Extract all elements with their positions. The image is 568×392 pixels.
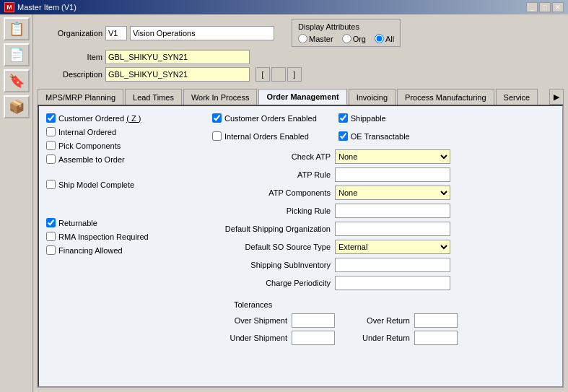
tab-lead-times[interactable]: Lead Times	[125, 89, 182, 105]
checkbox-oe-transactable: OE Transactable	[338, 131, 410, 141]
chk-returnable[interactable]	[46, 218, 56, 227]
chk-shippable[interactable]	[338, 113, 348, 123]
under-return-label: Under Return	[349, 334, 414, 342]
display-attrs-radios[interactable]: Master Org All	[298, 34, 394, 43]
default-shipping-org-input[interactable]	[335, 222, 450, 236]
radio-master[interactable]: Master	[298, 34, 333, 43]
under-shipment-label: Under Shipment	[212, 334, 292, 342]
picking-rule-input[interactable]	[335, 204, 450, 218]
chk-rma-inspection[interactable]	[46, 232, 56, 241]
desc-btn-space[interactable]	[271, 67, 286, 82]
chk-financing-allowed[interactable]	[46, 245, 56, 255]
checkbox-internal-orders-enabled: Internal Orders Enabled	[212, 131, 317, 141]
chk-customer-ordered[interactable]	[46, 113, 56, 123]
check-atp-label: Check ATP	[212, 152, 335, 161]
over-shipment-input[interactable]	[292, 313, 335, 328]
desc-input[interactable]	[105, 67, 250, 82]
org-code-input[interactable]	[105, 26, 127, 40]
form-header: Organization Display Attributes Master O…	[38, 19, 564, 84]
under-shipment-input[interactable]	[292, 331, 335, 345]
minimize-button[interactable]: _	[526, 2, 538, 12]
field-default-so-source: Default SO Source Type External Internal	[212, 240, 555, 254]
org-label: Organization	[38, 29, 102, 38]
field-check-atp: Check ATP None ATP/Lead Time Infinite Su…	[212, 149, 555, 164]
tab-content-order-management: Customer Ordered ( Z ) Internal Ordered …	[38, 105, 564, 388]
desc-label: Description	[38, 70, 102, 79]
toolbar-btn-4[interactable]: 📦	[4, 95, 30, 118]
returnable-section: Returnable RMA Inspection Required Finan…	[46, 218, 212, 255]
display-attrs-group: Display Attributes Master Org All	[292, 19, 401, 47]
radio-all[interactable]: All	[375, 34, 394, 43]
checkbox-assemble-to-order: Assemble to Order	[46, 154, 212, 164]
tab-invoicing[interactable]: Invoicing	[349, 89, 396, 105]
chk-internal-orders-enabled[interactable]	[212, 131, 222, 141]
chk-pick-components[interactable]	[46, 141, 56, 150]
charge-periodicity-input[interactable]	[335, 276, 450, 290]
chk-oe-transactable[interactable]	[338, 131, 348, 141]
display-attrs-title: Display Attributes	[298, 22, 394, 31]
checkbox-customer-orders-enabled: Customer Orders Enabled	[212, 113, 317, 123]
folder-icon: 📋	[9, 21, 25, 37]
tab-scroll-btn[interactable]: ▶	[549, 89, 564, 105]
desc-btn-bracket[interactable]: [	[255, 67, 270, 82]
maximize-button[interactable]: □	[539, 2, 551, 12]
right-column: Customer Orders Enabled Internal Orders …	[212, 113, 555, 348]
over-shipment-label: Over Shipment	[212, 316, 292, 325]
desc-btn-bracket2[interactable]: ]	[287, 67, 302, 82]
checkbox-financing-allowed: Financing Allowed	[46, 245, 212, 255]
picking-rule-label: Picking Rule	[212, 206, 335, 215]
package-icon: 📦	[9, 99, 25, 115]
tab-mps-mrp[interactable]: MPS/MRP Planning	[38, 89, 123, 105]
atp-rule-input[interactable]	[335, 167, 450, 182]
title-bar: M Master Item (V1) _ □ ✕	[0, 0, 568, 14]
chk-internal-ordered[interactable]	[46, 127, 56, 136]
checkbox-internal-ordered: Internal Ordered	[46, 127, 212, 136]
tab-process-manufacturing[interactable]: Process Manufacturing	[397, 89, 494, 105]
top-checkboxes: Customer Orders Enabled Internal Orders …	[212, 113, 555, 145]
chk-ship-model-complete[interactable]	[46, 180, 56, 189]
item-input[interactable]	[105, 50, 250, 64]
toolbar-btn-1[interactable]: 📋	[4, 17, 30, 40]
atp-rule-label: ATP Rule	[212, 170, 335, 179]
checkbox-returnable: Returnable	[46, 218, 212, 227]
checkbox-shippable: Shippable	[338, 113, 410, 123]
close-button[interactable]: ✕	[552, 2, 564, 12]
check-atp-select[interactable]: None ATP/Lead Time Infinite Supply	[335, 149, 450, 164]
toolbar-btn-3[interactable]: 🔖	[4, 69, 30, 92]
field-charge-periodicity: Charge Periodicity	[212, 276, 555, 290]
field-atp-components: ATP Components None All	[212, 186, 555, 200]
shipping-subinventory-input[interactable]	[335, 258, 450, 272]
atp-components-label: ATP Components	[212, 188, 335, 197]
tolerance-row-under: Under Shipment Under Return	[212, 331, 555, 345]
chk-customer-orders-enabled[interactable]	[212, 113, 222, 123]
app-icon: M	[4, 2, 14, 12]
checkbox-ship-model-complete: Ship Model Complete	[46, 180, 212, 189]
chk-assemble-to-order[interactable]	[46, 154, 56, 164]
radio-org[interactable]: Org	[342, 34, 366, 43]
tab-service[interactable]: Service	[496, 89, 538, 105]
field-atp-rule: ATP Rule	[212, 167, 555, 182]
field-picking-rule: Picking Rule	[212, 204, 555, 218]
fields-section: Check ATP None ATP/Lead Time Infinite Su…	[212, 149, 555, 290]
default-shipping-org-label: Default Shipping Organization	[212, 225, 335, 233]
org-name-input[interactable]	[130, 26, 274, 40]
default-so-source-select[interactable]: External Internal	[335, 240, 450, 254]
item-label: Item	[38, 53, 102, 61]
field-default-shipping-org: Default Shipping Organization	[212, 222, 555, 236]
tolerances-title: Tolerances	[234, 300, 272, 309]
over-return-label: Over Return	[349, 316, 414, 325]
tab-work-in-process[interactable]: Work In Process	[183, 89, 258, 105]
tolerances-rows: Over Shipment Over Return Under Shipment…	[212, 313, 555, 345]
under-return-input[interactable]	[414, 331, 458, 345]
checkbox-rma-inspection: RMA Inspection Required	[46, 232, 212, 241]
atp-components-select[interactable]: None All	[335, 186, 450, 200]
field-shipping-subinventory: Shipping SubInventory	[212, 258, 555, 272]
left-column: Customer Ordered ( Z ) Internal Ordered …	[46, 113, 212, 348]
window-controls[interactable]: _ □ ✕	[526, 2, 564, 12]
tolerance-row-over: Over Shipment Over Return	[212, 313, 555, 328]
over-return-input[interactable]	[414, 313, 458, 328]
toolbar-btn-2[interactable]: 📄	[4, 43, 30, 66]
tolerances-section: Tolerances Over Shipment Over Return Und…	[212, 300, 555, 345]
charge-periodicity-label: Charge Periodicity	[212, 279, 335, 287]
tab-order-management[interactable]: Order Management	[258, 89, 346, 105]
